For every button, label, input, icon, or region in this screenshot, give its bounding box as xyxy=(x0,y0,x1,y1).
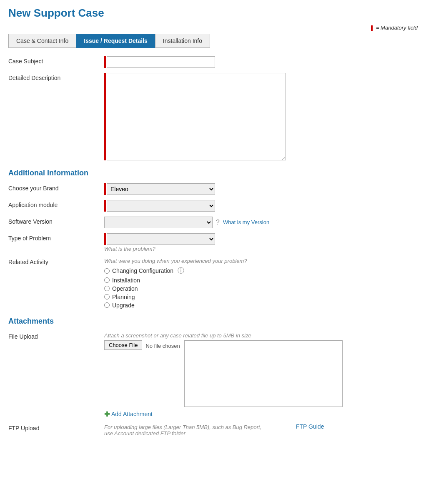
radio-planning-input[interactable] xyxy=(104,294,110,299)
file-upload-left: Choose File No file chosen xyxy=(104,340,180,350)
related-activity-radio-group: Changing Configuration ⓘ Installation Op… xyxy=(104,267,418,309)
brand-mandatory-bar xyxy=(104,183,106,195)
radio-installation-label: Installation xyxy=(112,277,140,284)
ftp-guide-link[interactable]: FTP Guide xyxy=(296,423,324,430)
tab-issue-request[interactable]: Issue / Request Details xyxy=(76,34,155,48)
add-attachment-plus-icon: ✚ xyxy=(104,410,110,418)
file-upload-area: Choose File No file chosen xyxy=(104,340,418,407)
case-subject-row: Case Subject xyxy=(8,56,418,68)
additional-info-title: Additional Information xyxy=(8,169,418,177)
ftp-upload-row: FTP Upload For uploading large files (La… xyxy=(8,423,418,437)
app-module-mandatory-bar xyxy=(104,200,106,212)
case-subject-input[interactable] xyxy=(107,56,215,68)
radio-upgrade-label: Upgrade xyxy=(112,302,135,309)
radio-operation-input[interactable] xyxy=(104,286,110,291)
type-of-problem-row: Type of Problem What is the problem? xyxy=(8,233,418,252)
detailed-description-row: Detailed Description xyxy=(8,73,418,160)
page-title: New Support Case xyxy=(8,7,418,20)
attachments-title: Attachments xyxy=(8,317,418,326)
case-subject-control xyxy=(104,56,418,68)
tab-case-contact[interactable]: Case & Contact Info xyxy=(8,34,76,48)
related-activity-control: What were you doing when you experienced… xyxy=(104,257,418,309)
brand-row: Choose your Brand Eleveo xyxy=(8,183,418,195)
radio-changing-configuration-input[interactable] xyxy=(104,268,110,274)
case-subject-label: Case Subject xyxy=(8,56,104,65)
ftp-upload-label: FTP Upload xyxy=(8,423,104,432)
radio-upgrade: Upgrade xyxy=(104,302,418,309)
radio-installation: Installation xyxy=(104,277,418,284)
tab-bar: Case & Contact Info Issue / Request Deta… xyxy=(8,34,418,48)
type-of-problem-label: Type of Problem xyxy=(8,233,104,242)
software-version-control: ? What is my Version xyxy=(104,217,418,228)
detailed-description-mandatory-wrapper xyxy=(104,73,418,160)
type-of-problem-select[interactable] xyxy=(107,233,215,245)
ftp-upload-inner: For uploading large files (Larger Than 5… xyxy=(104,423,418,437)
software-version-row: Software Version ? What is my Version xyxy=(8,217,418,228)
type-of-problem-hint: What is the problem? xyxy=(104,246,418,252)
detailed-description-mandatory-bar xyxy=(104,73,106,160)
detailed-description-label: Detailed Description xyxy=(8,73,104,81)
app-module-select[interactable] xyxy=(107,200,215,212)
file-upload-control: Attach a screenshot or any case related … xyxy=(104,332,418,418)
related-activity-row: Related Activity What were you doing whe… xyxy=(8,257,418,309)
tab-installation[interactable]: Installation Info xyxy=(155,34,210,48)
app-module-row: Application module xyxy=(8,200,418,212)
brand-mandatory-wrapper: Eleveo xyxy=(104,183,418,195)
file-preview-box xyxy=(184,340,343,407)
case-subject-mandatory-bar xyxy=(104,56,106,68)
no-file-text: No file chosen xyxy=(145,341,180,349)
radio-changing-configuration-label: Changing Configuration xyxy=(112,267,173,274)
ftp-upload-control: For uploading large files (Larger Than 5… xyxy=(104,423,418,437)
mandatory-note: = Mandatory field xyxy=(8,25,418,31)
case-subject-mandatory-wrapper xyxy=(104,56,418,68)
add-attachment-link[interactable]: ✚ Add Attachment xyxy=(104,410,418,418)
file-choose-row: Choose File No file chosen xyxy=(104,340,180,350)
type-of-problem-control: What is the problem? xyxy=(104,233,418,252)
radio-operation-label: Operation xyxy=(112,285,138,292)
related-activity-hint: What were you doing when you experienced… xyxy=(104,258,418,264)
radio-planning: Planning xyxy=(104,294,418,300)
brand-select[interactable]: Eleveo xyxy=(107,183,215,195)
brand-control: Eleveo xyxy=(104,183,418,195)
software-version-wrapper: ? What is my Version xyxy=(104,217,418,228)
mandatory-bar-icon xyxy=(371,25,373,31)
what-is-version-link[interactable]: What is my Version xyxy=(223,219,269,225)
app-module-label: Application module xyxy=(8,200,104,208)
file-upload-hint: Attach a screenshot or any case related … xyxy=(104,332,418,339)
file-upload-row: File Upload Attach a screenshot or any c… xyxy=(8,332,418,418)
radio-planning-label: Planning xyxy=(112,294,135,300)
radio-changing-configuration: Changing Configuration ⓘ xyxy=(104,267,418,275)
radio-upgrade-input[interactable] xyxy=(104,302,110,308)
detailed-description-textarea[interactable] xyxy=(107,73,286,160)
type-of-problem-mandatory-wrapper xyxy=(104,233,418,245)
changing-configuration-info-icon[interactable]: ⓘ xyxy=(178,267,184,275)
brand-label: Choose your Brand xyxy=(8,183,104,192)
software-version-select[interactable] xyxy=(104,217,213,228)
software-version-label: Software Version xyxy=(8,217,104,225)
radio-operation: Operation xyxy=(104,285,418,292)
app-module-mandatory-wrapper xyxy=(104,200,418,212)
detailed-description-control xyxy=(104,73,418,160)
choose-file-button[interactable]: Choose File xyxy=(104,340,142,350)
app-module-control xyxy=(104,200,418,212)
ftp-upload-hint: For uploading large files (Larger Than 5… xyxy=(104,424,271,437)
version-help-icon: ? xyxy=(216,219,220,226)
file-upload-label: File Upload xyxy=(8,332,104,340)
radio-installation-input[interactable] xyxy=(104,277,110,283)
type-of-problem-mandatory-bar xyxy=(104,233,106,245)
related-activity-label: Related Activity xyxy=(8,257,104,265)
